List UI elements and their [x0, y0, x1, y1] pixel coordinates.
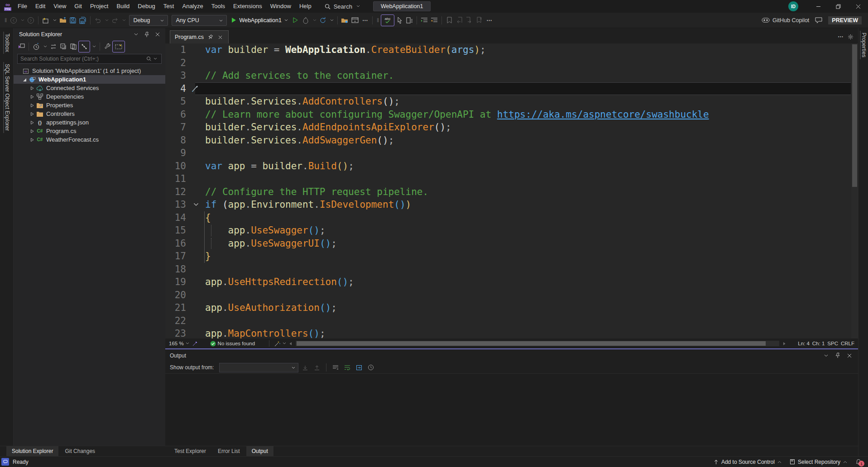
glyph-margin[interactable] [186, 82, 199, 95]
restore-button[interactable] [828, 0, 848, 13]
line-number[interactable]: 4 [165, 82, 186, 95]
collapse-arrow-icon[interactable] [21, 76, 28, 83]
code-line-19[interactable]: 19app.UseHttpsRedirection(); [165, 276, 858, 289]
suggestions-wand-icon[interactable] [274, 341, 286, 347]
pin-icon[interactable] [143, 30, 151, 38]
hot-reload-icon[interactable] [301, 15, 311, 25]
scrollbar-thumb[interactable] [297, 341, 766, 346]
code-line-7[interactable]: 7builder.Services.AddEndpointsApiExplore… [165, 121, 858, 134]
tree-item-project[interactable]: WebApplication1 [14, 75, 165, 84]
chevron-down-icon[interactable] [19, 17, 26, 24]
github-copilot-button[interactable]: GitHub Copilot [762, 17, 809, 24]
menu-tools[interactable]: Tools [207, 0, 229, 13]
search-box[interactable]: Search [325, 3, 361, 10]
clear-all-icon[interactable] [331, 362, 340, 372]
toolbar-overflow-icon[interactable]: ⋯ [484, 15, 494, 25]
pending-changes-filter-icon[interactable] [31, 42, 41, 52]
minimize-button[interactable] [808, 0, 828, 13]
close-button[interactable] [848, 0, 868, 13]
refresh-icon[interactable] [318, 15, 328, 25]
paste-indent-icon[interactable] [404, 15, 414, 25]
code-line-15[interactable]: 15 app.UseSwagger(); [165, 224, 858, 237]
code-line-18[interactable]: 18 [165, 263, 858, 276]
chevron-down-icon[interactable] [42, 43, 48, 50]
tool-tab-toolbox[interactable]: Toolbox [3, 32, 10, 54]
toolbar-grip[interactable]: ‖ [375, 17, 381, 24]
code-line-4[interactable]: 4 [165, 82, 858, 95]
toolbar-grip[interactable]: ‖ [3, 17, 9, 24]
panel-tab-solution-explorer[interactable]: Solution Explorer [6, 446, 58, 456]
code-line-22[interactable]: 22 [165, 315, 858, 328]
previous-bookmark-icon[interactable] [454, 15, 464, 25]
chevron-down-icon[interactable] [121, 17, 127, 24]
zoom-combo[interactable]: 165 % [169, 341, 189, 346]
expand-arrow-icon[interactable] [29, 102, 36, 109]
output-source-combo[interactable] [219, 363, 298, 372]
line-number[interactable]: 2 [165, 57, 186, 70]
save-icon[interactable] [68, 15, 78, 25]
menu-file[interactable]: File [14, 0, 31, 13]
scroll-right-arrow-icon[interactable] [783, 342, 786, 346]
line-number[interactable]: 11 [165, 172, 186, 186]
code-line-11[interactable]: 11 [165, 172, 858, 186]
solution-configuration-combo[interactable]: Debug [129, 15, 168, 26]
sync-selection-icon[interactable] [48, 42, 58, 52]
start-debugging-button[interactable]: WebApplication1 [229, 15, 291, 26]
code-line-16[interactable]: 16 app.UseSwaggerUI(); [165, 237, 858, 250]
code-editor[interactable]: 1var builder = WebApplication.CreateBuil… [165, 43, 858, 338]
menu-window[interactable]: Window [266, 0, 295, 13]
line-number[interactable]: 17 [165, 250, 186, 263]
outdent-lines-icon[interactable] [429, 15, 439, 25]
panel-tab-git-changes[interactable]: Git Changes [59, 446, 101, 456]
scroll-left-arrow-icon[interactable] [289, 342, 292, 346]
properties-wrench-icon[interactable] [102, 42, 112, 52]
tree-item-weatherforecast-cs[interactable]: C# WeatherForecast.cs [14, 135, 165, 144]
next-bookmark-icon[interactable] [464, 15, 474, 25]
code-line-8[interactable]: 8builder.Services.AddSwaggerGen(); [165, 134, 858, 147]
pin-icon[interactable] [207, 34, 214, 40]
panel-tab-error-list[interactable]: Error List [212, 446, 245, 456]
tree-item-connected-services[interactable]: Connected Services [14, 84, 165, 92]
line-number[interactable]: 12 [165, 186, 186, 199]
menu-build[interactable]: Build [112, 0, 134, 13]
next-message-icon[interactable] [312, 362, 322, 372]
line-number[interactable]: 18 [165, 263, 186, 276]
document-health-indicator[interactable]: No issues found [210, 341, 255, 347]
account-avatar[interactable]: ID [788, 1, 798, 11]
solution-explorer-search[interactable] [17, 54, 162, 64]
menu-debug[interactable]: Debug [134, 0, 159, 13]
close-icon[interactable] [845, 352, 854, 360]
menu-git[interactable]: Git [70, 0, 86, 13]
expand-arrow-icon[interactable] [29, 93, 36, 100]
pin-icon[interactable] [834, 352, 842, 360]
send-feedback-icon[interactable] [814, 15, 824, 25]
collapse-all-icon[interactable] [58, 42, 68, 52]
expand-arrow-icon[interactable] [29, 119, 36, 126]
line-number[interactable]: 10 [165, 160, 186, 173]
line-number[interactable]: 22 [165, 315, 186, 328]
code-line-20[interactable]: 20 [165, 289, 858, 302]
code-line-3[interactable]: 3// Add services to the container. [165, 69, 858, 82]
line-number[interactable]: 20 [165, 289, 186, 302]
code-line-14[interactable]: 14{ [165, 211, 858, 224]
code-line-10[interactable]: 10var app = builder.Build(); [165, 160, 858, 173]
tool-tab-sql-server-object-explorer[interactable]: SQL Server Object Explorer [3, 62, 10, 133]
notifications-bell-button[interactable]: 1 [855, 458, 862, 465]
publish-folder-icon[interactable] [340, 15, 350, 25]
tree-item-dependencies[interactable]: Dependencies [14, 92, 165, 101]
document-overflow-icon[interactable]: ⋯ [837, 33, 844, 40]
line-number[interactable]: 16 [165, 237, 186, 250]
bookmark-icon[interactable] [444, 15, 454, 25]
tree-item-appsettings[interactable]: {} appsettings.json [14, 118, 165, 127]
menu-analyze[interactable]: Analyze [178, 0, 207, 13]
scrollbar-thumb[interactable] [852, 44, 857, 187]
code-cleanup-icon[interactable] [192, 340, 198, 347]
panel-tab-test-explorer[interactable]: Test Explorer [169, 446, 211, 456]
line-number[interactable]: 9 [165, 147, 186, 160]
undo-icon[interactable] [93, 15, 103, 25]
show-all-files-icon[interactable] [68, 42, 78, 52]
preview-window-icon[interactable] [350, 15, 360, 25]
line-number[interactable]: 5 [165, 95, 186, 108]
panel-tab-output[interactable]: Output [246, 446, 273, 456]
line-number[interactable]: 21 [165, 301, 186, 315]
